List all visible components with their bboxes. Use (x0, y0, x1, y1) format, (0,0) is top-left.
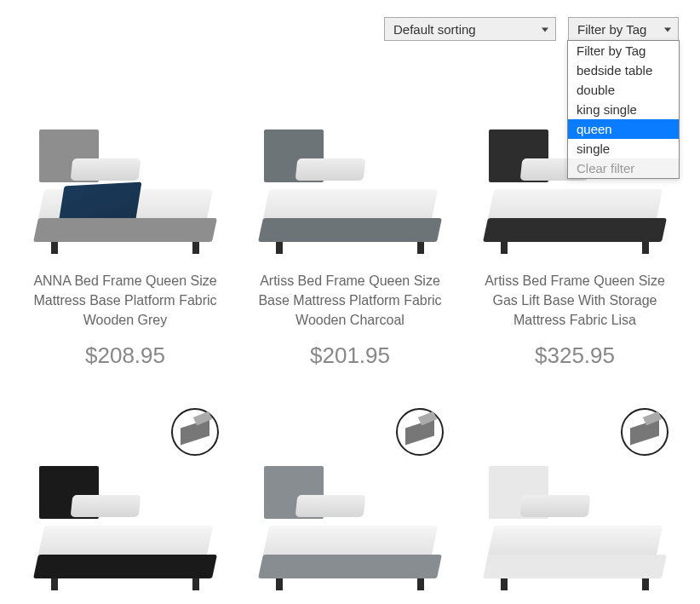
product-image[interactable] (21, 403, 229, 590)
sort-select-wrap: Default sorting (384, 17, 556, 41)
filter-select-wrap: Filter by Tag Filter by Tagbedside table… (568, 17, 679, 41)
product-image[interactable] (471, 403, 679, 590)
filter-select-label: Filter by Tag (577, 22, 646, 37)
filter-select[interactable]: Filter by Tag (568, 17, 679, 41)
bed-illustration (261, 143, 439, 254)
bed-illustration (485, 480, 664, 590)
gas-lift-badge-icon (171, 408, 219, 456)
filter-option[interactable]: Filter by Tag (568, 41, 679, 60)
product-price: $201.95 (246, 342, 454, 369)
filter-dropdown: Filter by Tagbedside tabledoubleking sin… (567, 40, 680, 179)
product-card[interactable] (21, 403, 229, 604)
sort-select-label: Default sorting (393, 22, 476, 37)
product-image[interactable] (21, 66, 229, 254)
product-price: $208.95 (21, 342, 229, 369)
sort-select[interactable]: Default sorting (384, 17, 556, 41)
gas-lift-badge-icon (396, 408, 444, 456)
product-price: $325.95 (471, 342, 679, 369)
product-controls: Default sorting Filter by Tag Filter by … (21, 17, 679, 41)
product-card[interactable]: Artiss Bed Frame Queen Size Base Mattres… (246, 66, 454, 369)
filter-option[interactable]: Clear filter (568, 158, 679, 178)
filter-option[interactable]: queen (568, 119, 679, 139)
product-image[interactable] (246, 66, 454, 254)
bed-illustration (261, 480, 439, 590)
product-image[interactable] (246, 403, 454, 590)
filter-option[interactable]: king single (568, 100, 679, 119)
gas-lift-badge-icon (621, 408, 668, 456)
filter-option[interactable]: single (568, 139, 679, 158)
product-title: Artiss Bed Frame Queen Size Base Mattres… (246, 271, 454, 331)
product-title: ANNA Bed Frame Queen Size Mattress Base … (21, 271, 229, 331)
bed-illustration (36, 143, 215, 254)
bed-illustration (36, 480, 215, 590)
filter-option[interactable]: bedside table (568, 60, 679, 80)
product-card[interactable] (471, 403, 679, 604)
product-card[interactable]: ANNA Bed Frame Queen Size Mattress Base … (21, 66, 229, 369)
product-title: Artiss Bed Frame Queen Size Gas Lift Bas… (471, 271, 679, 331)
filter-option[interactable]: double (568, 80, 679, 100)
product-card[interactable] (246, 403, 454, 604)
